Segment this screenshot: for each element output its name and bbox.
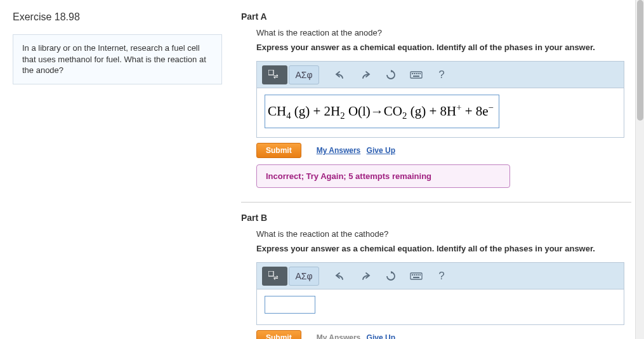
templates-icon: ⇌ — [268, 70, 281, 80]
reset-icon — [385, 271, 397, 281]
redo-button-b[interactable] — [353, 267, 378, 286]
part-a-title: Part A — [241, 11, 631, 22]
submit-button-a[interactable]: Submit — [256, 143, 301, 158]
submit-button-b[interactable]: Submit — [256, 330, 301, 339]
undo-icon — [334, 271, 346, 281]
svg-rect-6 — [417, 73, 419, 74]
equation-input-b[interactable] — [265, 296, 315, 314]
part-b-body: What is the reaction at the cathode? Exp… — [256, 229, 631, 339]
templates-button[interactable]: ⇌ — [262, 65, 287, 84]
my-answers-link-a[interactable]: My Answers — [317, 146, 361, 155]
redo-icon — [360, 70, 371, 80]
svg-text:⇌: ⇌ — [273, 73, 279, 79]
give-up-link-a[interactable]: Give Up — [367, 146, 395, 155]
svg-text:⇌: ⇌ — [273, 274, 279, 281]
svg-rect-11 — [411, 273, 422, 279]
keyboard-button[interactable] — [404, 65, 428, 84]
keyboard-icon — [410, 70, 423, 79]
svg-rect-15 — [417, 274, 419, 276]
equation-formula-a: CH4 (g) + 2H2 O(l)→CO2 (g) + 8H+ + 8e− — [268, 103, 494, 119]
editor-area-b[interactable] — [257, 289, 624, 324]
svg-rect-0 — [268, 70, 273, 75]
part-a-question: What is the reaction at the anode? — [256, 28, 631, 37]
editor-toolbar-b: ⇌ ΑΣφ — [257, 263, 624, 289]
templates-button-b[interactable]: ⇌ — [262, 267, 287, 286]
svg-rect-12 — [412, 274, 413, 276]
editor-toolbar-a: ⇌ ΑΣφ — [257, 62, 624, 88]
reset-button-b[interactable] — [379, 267, 403, 286]
templates-icon: ⇌ — [268, 271, 281, 281]
page-root: Exercise 18.98 In a library or on the In… — [0, 0, 644, 339]
feedback-box-a: Incorrect; Try Again; 5 attempts remaini… — [256, 164, 510, 188]
exercise-title: Exercise 18.98 — [13, 11, 222, 23]
editor-area-a[interactable]: CH4 (g) + 2H2 O(l)→CO2 (g) + 8H+ + 8e− — [257, 88, 624, 137]
svg-rect-8 — [413, 76, 419, 77]
exercise-prompt: In a library or on the Internet, researc… — [13, 34, 222, 84]
svg-rect-2 — [411, 72, 422, 78]
reset-icon — [385, 70, 397, 80]
keyboard-button-b[interactable] — [404, 267, 428, 286]
right-column: Part A What is the reaction at the anode… — [235, 0, 644, 339]
equation-input-a[interactable]: CH4 (g) + 2H2 O(l)→CO2 (g) + 8H+ + 8e− — [265, 95, 499, 128]
svg-rect-14 — [416, 274, 417, 276]
svg-rect-17 — [413, 277, 419, 278]
action-row-a: Submit My Answers Give Up — [256, 143, 631, 158]
part-b-instruction: Express your answer as a chemical equati… — [256, 244, 631, 253]
part-a-body: What is the reaction at the anode? Expre… — [256, 28, 631, 188]
give-up-link-b[interactable]: Give Up — [367, 333, 395, 339]
part-a-instruction: Express your answer as a chemical equati… — [256, 43, 631, 52]
part-separator — [241, 202, 631, 203]
svg-rect-16 — [419, 274, 421, 276]
svg-rect-3 — [412, 73, 413, 74]
part-b-title: Part B — [241, 213, 631, 223]
part-b-question: What is the reaction at the cathode? — [256, 229, 631, 239]
svg-rect-4 — [414, 73, 415, 74]
reset-button[interactable] — [379, 65, 403, 84]
undo-button[interactable] — [328, 65, 352, 84]
svg-rect-13 — [414, 274, 415, 276]
answer-links-a: My Answers Give Up — [317, 146, 399, 155]
my-answers-link-b[interactable]: My Answers — [317, 333, 361, 339]
keyboard-icon — [410, 272, 423, 281]
scroll-thumb[interactable] — [637, 0, 643, 121]
greek-button[interactable]: ΑΣφ — [289, 65, 319, 84]
undo-icon — [334, 70, 346, 80]
greek-button-b[interactable]: ΑΣφ — [289, 267, 319, 286]
svg-rect-9 — [268, 271, 273, 276]
help-button[interactable]: ? — [430, 65, 454, 84]
left-column: Exercise 18.98 In a library or on the In… — [0, 0, 235, 339]
answer-editor-b: ⇌ ΑΣφ — [256, 262, 624, 325]
answer-links-b: My Answers Give Up — [317, 333, 399, 339]
undo-button-b[interactable] — [328, 267, 352, 286]
redo-icon — [360, 271, 371, 281]
redo-button[interactable] — [353, 65, 378, 84]
answer-editor-a: ⇌ ΑΣφ — [256, 61, 624, 138]
action-row-b: Submit My Answers Give Up — [256, 330, 631, 339]
svg-rect-5 — [416, 73, 417, 74]
vertical-scrollbar[interactable] — [635, 0, 644, 339]
help-button-b[interactable]: ? — [430, 267, 454, 286]
svg-rect-7 — [419, 73, 421, 74]
